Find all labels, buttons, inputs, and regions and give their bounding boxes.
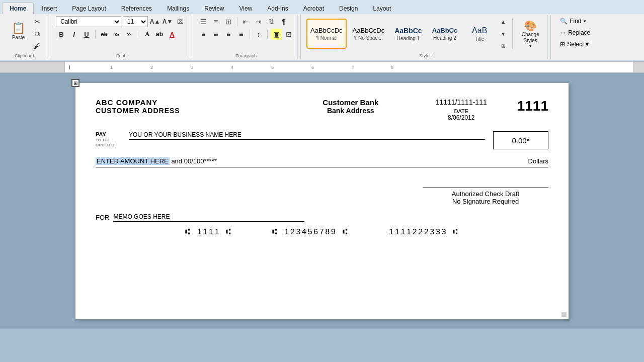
company-info: ABC COMPANY CUSTOMER ADDRESS	[96, 98, 266, 115]
paragraph-group: ☰ ≡ ⊞ ⇤ ⇥ ⇅ ¶ ≡ ≡ ≡ ≡ ↕	[195, 15, 298, 59]
signature-section: Authorized Check Draft No Signature Requ…	[96, 188, 548, 205]
font-row-2: B I U ab x₂ x² 𝐀 ab A	[56, 29, 186, 40]
font-row-1: Calibri 11 A▲ A▼ ⌧	[56, 16, 186, 27]
amount-words-highlighted: ENTER AMOUNT HERE	[96, 157, 170, 165]
align-left-button[interactable]: ≡	[198, 29, 209, 40]
find-label: Find	[570, 18, 581, 25]
check-number-container: 1111	[517, 98, 548, 114]
borders-button[interactable]: ⊡	[283, 29, 294, 40]
format-painter-button[interactable]: 🖌	[32, 40, 43, 51]
replace-button[interactable]: ↔ Replace	[556, 28, 594, 38]
align-center-button[interactable]: ≡	[210, 29, 221, 40]
document-handle[interactable]: ⊞	[71, 79, 79, 87]
change-styles-arrow: ▼	[528, 44, 532, 48]
style-heading1-button[interactable]: AaBbCc Heading 1	[390, 19, 426, 49]
tab-design[interactable]: Design	[332, 3, 365, 14]
find-button[interactable]: 🔍 Find ▾	[556, 16, 589, 26]
text-effects-button[interactable]: 𝐀	[141, 29, 152, 40]
resize-handle[interactable]	[561, 312, 567, 317]
style-title-button[interactable]: AaB Title	[463, 19, 496, 49]
increase-font-button[interactable]: A▲	[149, 16, 160, 27]
check-header: ABC COMPANY CUSTOMER ADDRESS Customer Ba…	[96, 98, 548, 121]
change-styles-icon: 🎨	[524, 20, 537, 32]
numbering-button[interactable]: ≡	[210, 16, 221, 27]
font-color-button[interactable]: A	[167, 29, 178, 40]
style-title-preview: AaB	[472, 26, 487, 35]
memo-section: FOR MEMO GOES HERE	[96, 213, 548, 222]
font-size-selector[interactable]: 11	[123, 16, 148, 27]
style-no-spacing-button[interactable]: AaBbCcDc ¶ No Spaci...	[349, 19, 389, 49]
editing-group-content: 🔍 Find ▾ ↔ Replace ⊞ Select ▾	[556, 16, 594, 58]
pay-to-name-line: YOU OR YOUR BUSINESS NAME HERE	[129, 131, 485, 140]
tab-insert[interactable]: Insert	[35, 3, 64, 14]
tab-view[interactable]: View	[232, 3, 260, 14]
micr-left: ⑆ 1111 ⑆	[185, 228, 232, 237]
increase-indent-button[interactable]: ⇥	[253, 16, 264, 27]
micr-section: ⑆ 1111 ⑆ ⑆ 123456789 ⑆ 1111222333 ⑆	[96, 228, 548, 237]
cut-button[interactable]: ✂	[32, 16, 43, 27]
line-spacing-button[interactable]: ↕	[253, 29, 264, 40]
memo-text: MEMO GOES HERE	[113, 213, 170, 220]
bank-address: Bank Address	[266, 107, 436, 115]
copy-button[interactable]: ⧉	[32, 28, 43, 39]
font-group: Calibri 11 A▲ A▼ ⌧ B I U ab x₂ x²	[53, 15, 189, 59]
tab-acrobat[interactable]: Acrobat	[296, 3, 331, 14]
tab-mailings[interactable]: Mailings	[160, 3, 196, 14]
superscript-button[interactable]: x²	[124, 29, 135, 40]
shading-button[interactable]: ▣	[271, 29, 282, 40]
document-area: ⊞ ABC COMPANY CUSTOMER ADDRESS Customer …	[0, 73, 644, 329]
strikethrough-button[interactable]: ab	[99, 29, 110, 40]
micr-left-text: ⑆ 1111 ⑆	[185, 228, 232, 237]
tab-layout[interactable]: Layout	[366, 3, 398, 14]
decrease-font-button[interactable]: A▼	[162, 16, 173, 27]
text-highlight-button[interactable]: ab	[154, 29, 165, 40]
paragraph-group-content: ☰ ≡ ⊞ ⇤ ⇥ ⇅ ¶ ≡ ≡ ≡ ≡ ↕	[198, 16, 294, 58]
select-button[interactable]: ⊞ Select ▾	[556, 39, 592, 49]
styles-group: AaBbCcDc ¶ Normal AaBbCcDc ¶ No Spaci...…	[303, 15, 548, 59]
paste-button[interactable]: 📋 Paste	[7, 16, 31, 46]
tab-page-layout[interactable]: Page Layout	[65, 3, 113, 14]
paste-icon: 📋	[12, 23, 25, 34]
amount-value: 0.00*	[512, 136, 529, 145]
editing-group: 🔍 Find ▾ ↔ Replace ⊞ Select ▾ Editing	[553, 15, 597, 59]
font-family-selector[interactable]: Calibri	[56, 16, 121, 27]
font-group-content: Calibri 11 A▲ A▼ ⌧ B I U ab x₂ x²	[56, 16, 186, 58]
sort-button[interactable]: ⇅	[266, 16, 277, 27]
bold-button[interactable]: B	[56, 29, 67, 40]
align-right-button[interactable]: ≡	[223, 29, 234, 40]
styles-scroll-down[interactable]: ▼	[498, 28, 509, 39]
tab-review[interactable]: Review	[197, 3, 231, 14]
replace-icon: ↔	[560, 29, 566, 36]
underline-button[interactable]: U	[81, 29, 92, 40]
change-styles-label: ChangeStyles	[522, 32, 539, 44]
styles-group-content: AaBbCcDc ¶ Normal AaBbCcDc ¶ No Spaci...…	[306, 16, 544, 58]
style-normal-button[interactable]: AaBbCcDc ¶ Normal	[306, 19, 347, 49]
micr-right-text: 1111222333 ⑆	[389, 228, 459, 237]
style-normal-preview: AaBbCcDc	[310, 27, 343, 34]
show-formatting-button[interactable]: ¶	[278, 16, 289, 27]
tab-references[interactable]: References	[114, 3, 159, 14]
change-styles-button[interactable]: 🎨 ChangeStyles ▼	[516, 19, 544, 49]
clear-format-button[interactable]: ⌧	[175, 16, 186, 27]
authorized-text: Authorized Check Draft No Signature Requ…	[423, 188, 548, 205]
clipboard-label: Clipboard	[2, 53, 47, 58]
find-arrow: ▾	[584, 19, 586, 24]
select-label: Select ▾	[567, 41, 589, 48]
dollars-label: Dollars	[528, 157, 548, 165]
decrease-indent-button[interactable]: ⇤	[240, 16, 252, 27]
subscript-button[interactable]: x₂	[111, 29, 122, 40]
tab-home[interactable]: Home	[2, 3, 34, 14]
tab-addins[interactable]: Add-Ins	[260, 3, 295, 14]
italic-button[interactable]: I	[68, 29, 79, 40]
multilevel-list-button[interactable]: ⊞	[223, 16, 234, 27]
justify-button[interactable]: ≡	[235, 29, 247, 40]
style-heading2-button[interactable]: AaBbCc Heading 2	[428, 19, 462, 49]
check-number-large: 1111	[517, 98, 548, 114]
styles-expand[interactable]: ⊞	[498, 40, 509, 51]
bullets-button[interactable]: ☰	[198, 16, 209, 27]
style-h1-label: Heading 1	[397, 36, 420, 41]
ribbon-tab-bar: Home Insert Page Layout References Maili…	[0, 0, 644, 14]
bank-info: Customer Bank Bank Address	[266, 98, 436, 115]
date-section: DATE 8/06/2012	[436, 108, 487, 121]
styles-scroll-up[interactable]: ▲	[498, 16, 509, 27]
